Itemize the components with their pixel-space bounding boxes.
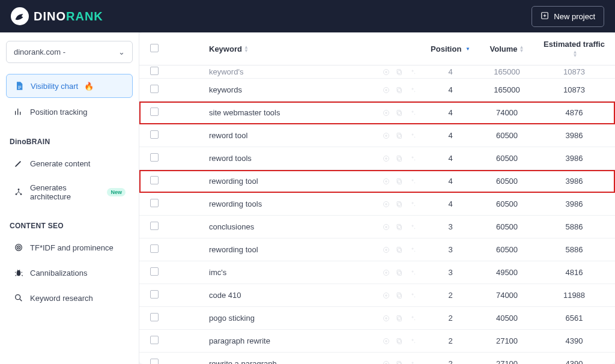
sidebar-item-visibility-chart[interactable]: Visibility chart🔥 <box>6 74 133 98</box>
volume-cell: 165000 <box>478 65 536 79</box>
sparkle-icon[interactable] <box>408 68 417 76</box>
add-icon[interactable] <box>382 268 390 277</box>
add-icon[interactable] <box>382 109 390 117</box>
position-cell: 4 <box>423 170 478 193</box>
traffic-cell: 10873 <box>536 79 615 102</box>
copy-icon[interactable] <box>395 86 404 94</box>
copy-icon[interactable] <box>395 132 404 140</box>
copy-icon[interactable] <box>395 291 404 300</box>
copy-icon[interactable] <box>395 177 404 186</box>
sidebar-item-cannibalizations[interactable]: Cannibalizations <box>6 261 133 284</box>
row-checkbox[interactable] <box>150 222 159 230</box>
copy-icon[interactable] <box>395 314 404 323</box>
copy-icon[interactable] <box>395 223 404 231</box>
svg-rect-32 <box>397 224 401 228</box>
svg-point-6 <box>18 247 19 248</box>
add-icon[interactable] <box>382 154 390 163</box>
copy-icon[interactable] <box>395 109 404 117</box>
header-volume[interactable]: Volume▲▼ <box>478 32 536 65</box>
sparkle-icon[interactable] <box>408 132 417 140</box>
row-checkbox[interactable] <box>150 244 159 253</box>
new-project-button[interactable]: New project <box>532 6 604 27</box>
row-actions <box>382 132 417 140</box>
add-icon[interactable] <box>382 246 390 254</box>
traffic-cell: 4390 <box>536 353 615 364</box>
copy-icon[interactable] <box>395 360 404 365</box>
row-checkbox[interactable] <box>150 108 159 116</box>
header-traffic[interactable]: Estimated traffic▲▼ <box>536 32 615 65</box>
sparkle-icon[interactable] <box>408 314 417 323</box>
sparkle-icon[interactable] <box>408 154 417 163</box>
section-title: DinoBRAIN <box>10 138 133 146</box>
target-icon <box>13 242 24 253</box>
copy-icon[interactable] <box>395 68 404 76</box>
sidebar-item-tf-idf-and-prominence[interactable]: TF*IDF and prominence <box>6 236 133 259</box>
logo-text: DINORANK <box>34 10 103 23</box>
sidebar-item-generates-architecture[interactable]: Generates architectureNew <box>6 177 133 207</box>
svg-rect-47 <box>397 338 401 342</box>
table-header: Keyword▲▼ Position ▼ Volume▲▼ Estimated … <box>139 32 615 65</box>
add-icon[interactable] <box>382 223 390 231</box>
row-checkbox[interactable] <box>150 199 159 207</box>
sparkle-icon[interactable] <box>408 246 417 254</box>
sparkle-icon[interactable] <box>408 109 417 117</box>
sidebar-item-keyword-research[interactable]: Keyword research <box>6 287 133 309</box>
copy-icon[interactable] <box>395 154 404 163</box>
row-checkbox[interactable] <box>150 130 159 139</box>
sparkle-icon[interactable] <box>408 360 417 365</box>
sidebar-item-position-tracking[interactable]: Position tracking <box>6 100 133 123</box>
row-actions <box>382 246 417 254</box>
row-checkbox[interactable] <box>150 67 159 75</box>
table-row: rewording tool3605005886 <box>139 238 615 261</box>
row-checkbox[interactable] <box>150 313 159 321</box>
sparkle-icon[interactable] <box>408 86 417 94</box>
row-checkbox[interactable] <box>150 85 159 93</box>
keyword-text: keywords <box>209 85 242 94</box>
sparkle-icon[interactable] <box>408 200 417 208</box>
add-icon[interactable] <box>382 291 390 300</box>
row-actions <box>382 154 417 163</box>
volume-cell: 27100 <box>478 353 536 364</box>
position-cell: 4 <box>423 193 478 216</box>
sparkle-icon[interactable] <box>408 177 417 186</box>
add-icon[interactable] <box>382 360 390 365</box>
row-checkbox[interactable] <box>150 153 159 162</box>
copy-icon[interactable] <box>395 200 404 208</box>
add-icon[interactable] <box>382 337 390 345</box>
select-all-checkbox[interactable] <box>150 44 159 52</box>
sparkle-icon[interactable] <box>408 337 417 345</box>
svg-rect-25 <box>398 180 402 184</box>
logo[interactable]: DINORANK <box>11 7 103 25</box>
sparkle-icon[interactable] <box>408 223 417 231</box>
sparkle-icon[interactable] <box>408 268 417 277</box>
sort-icon: ▲▼ <box>520 46 524 53</box>
row-checkbox[interactable] <box>150 290 159 299</box>
add-icon[interactable] <box>382 177 390 186</box>
svg-point-8 <box>16 295 20 300</box>
row-actions <box>382 200 417 208</box>
row-actions <box>382 223 417 231</box>
add-icon[interactable] <box>382 200 390 208</box>
add-icon[interactable] <box>382 68 390 76</box>
copy-icon[interactable] <box>395 246 404 254</box>
domain-select[interactable]: dinorank.com - ⌄ <box>6 41 133 63</box>
add-icon[interactable] <box>382 314 390 323</box>
add-icon[interactable] <box>382 132 390 140</box>
traffic-cell: 3986 <box>536 193 615 216</box>
volume-cell: 74000 <box>478 102 536 124</box>
row-checkbox[interactable] <box>150 336 159 344</box>
add-icon[interactable] <box>382 86 390 94</box>
sidebar-item-label: Generate content <box>30 159 90 168</box>
header-keyword[interactable]: Keyword▲▼ <box>167 32 423 65</box>
table-row: imc's3495004816 <box>139 261 615 284</box>
row-checkbox[interactable] <box>150 359 159 364</box>
sparkle-icon[interactable] <box>408 291 417 300</box>
header-position[interactable]: Position ▼ <box>423 32 478 65</box>
copy-icon[interactable] <box>395 268 404 277</box>
row-checkbox[interactable] <box>150 267 159 276</box>
nodes-icon <box>13 187 24 198</box>
sidebar-item-generate-content[interactable]: Generate content <box>6 152 133 175</box>
position-cell: 2 <box>423 353 478 364</box>
copy-icon[interactable] <box>395 337 404 345</box>
row-checkbox[interactable] <box>150 176 159 184</box>
